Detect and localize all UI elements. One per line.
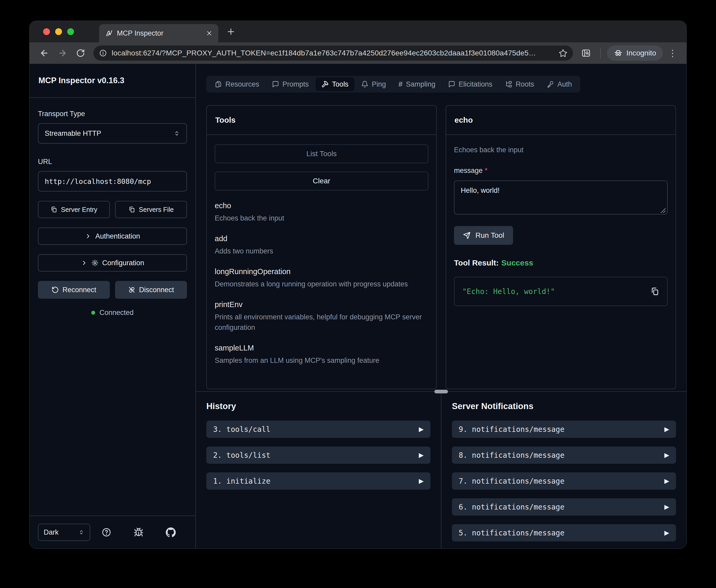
tool-description: Prints all environment variables, helpfu… (215, 312, 424, 333)
history-row-tools-call[interactable]: 3. tools/call ▶ (206, 421, 430, 438)
back-icon[interactable] (36, 48, 52, 58)
bookmark-star-icon[interactable] (559, 49, 567, 57)
tool-list-item-samplellm[interactable]: sampleLLM Samples from an LLM using MCP'… (215, 344, 428, 366)
disconnect-button[interactable]: Disconnect (115, 281, 187, 299)
tool-list-item-echo[interactable]: echo Echoes back the input (215, 202, 428, 223)
pane-divider (196, 391, 687, 392)
expand-arrow-icon[interactable]: ▶ (419, 478, 424, 484)
key-icon (546, 81, 554, 88)
sidebar-footer: Dark (29, 516, 195, 548)
run-tool-button[interactable]: Run Tool (454, 226, 513, 245)
chevrons-up-down-icon (173, 130, 180, 137)
browser-menu-icon[interactable]: ⋮ (666, 49, 680, 58)
notification-row-8[interactable]: 8. notifications/message ▶ (452, 446, 676, 464)
history-row-label: 3. tools/call (213, 425, 270, 434)
sidebar: MCP Inspector v0.16.3 Transport Type Str… (29, 64, 196, 548)
site-info-icon[interactable] (99, 49, 107, 57)
expand-arrow-icon[interactable]: ▶ (419, 426, 424, 433)
hash-icon: # (398, 81, 403, 88)
search-tabs-panel-icon[interactable] (578, 48, 594, 58)
tool-detail-description: Echoes back the input (454, 146, 668, 154)
tool-list-item-printenv[interactable]: printEnv Prints all environment variable… (215, 300, 428, 333)
tab-resources[interactable]: Resources (209, 78, 265, 91)
notification-row-7[interactable]: 7. notifications/message ▶ (452, 472, 676, 490)
history-row-tools-list[interactable]: 2. tools/list ▶ (206, 446, 430, 464)
address-bar[interactable]: localhost:6274/?MCP_PROXY_AUTH_TOKEN=ec1… (93, 45, 573, 61)
rotate-ccw-icon (51, 286, 59, 293)
github-icon[interactable] (166, 527, 176, 537)
tab-title: MCP Inspector (117, 29, 202, 37)
main-bottom: History 3. tools/call ▶ 2. tools/list ▶ … (196, 392, 687, 548)
close-tab-icon[interactable] (206, 30, 213, 37)
expand-arrow-icon[interactable]: ▶ (419, 452, 424, 458)
server-url-input[interactable]: http://localhost:8080/mcp (38, 171, 187, 191)
tool-list-item-longrunningoperation[interactable]: longRunningOperation Demonstrates a long… (215, 267, 428, 289)
theme-select[interactable]: Dark (38, 524, 90, 541)
tool-detail-panel: echo Echoes back the input message* Hell… (446, 105, 676, 389)
servers-file-button[interactable]: Servers File (115, 201, 187, 218)
tab-auth[interactable]: Auth (541, 78, 578, 91)
bug-icon[interactable] (134, 527, 144, 537)
maximize-window-button[interactable] (67, 28, 74, 35)
notification-row-label: 5. notifications/message (459, 529, 565, 537)
footer-icons (90, 527, 187, 537)
link-off-icon (128, 286, 135, 293)
connection-status-label: Connected (100, 309, 134, 317)
notification-row-9[interactable]: 9. notifications/message ▶ (452, 421, 676, 438)
app-root: MCP Inspector v0.16.3 Transport Type Str… (29, 64, 687, 548)
connection-status: Connected (38, 309, 187, 317)
clear-tools-button[interactable]: Clear (215, 172, 428, 190)
tool-list-item-add[interactable]: add Adds two numbers (215, 234, 428, 256)
toolbar-separator (600, 48, 601, 58)
new-tab-button[interactable] (226, 21, 236, 42)
browser-window: MCP Inspector (29, 21, 687, 549)
theme-value: Dark (44, 528, 78, 537)
browser-tab[interactable]: MCP Inspector (99, 24, 218, 42)
forward-icon[interactable] (55, 48, 70, 58)
list-tools-button[interactable]: List Tools (215, 144, 428, 163)
authentication-toggle[interactable]: Authentication (38, 228, 187, 245)
tab-prompts[interactable]: Prompts (266, 78, 314, 91)
minimize-window-button[interactable] (55, 28, 62, 35)
notification-row-6[interactable]: 6. notifications/message ▶ (452, 498, 676, 516)
tool-detail-header: echo (446, 106, 675, 135)
notification-row-label: 8. notifications/message (459, 451, 565, 460)
message-square-icon (448, 81, 455, 88)
tab-label: Auth (557, 80, 572, 88)
configuration-label: Configuration (102, 259, 144, 267)
tab-elicitations[interactable]: Elicitations (442, 78, 498, 91)
configuration-toggle[interactable]: Configuration (38, 254, 187, 272)
tab-label: Sampling (406, 80, 435, 88)
help-icon[interactable] (102, 527, 111, 537)
history-row-initialize[interactable]: 1. initialize ▶ (206, 472, 430, 490)
browser-toolbar: localhost:6274/?MCP_PROXY_AUTH_TOKEN=ec1… (29, 42, 687, 64)
expand-arrow-icon[interactable]: ▶ (665, 426, 669, 433)
history-row-label: 2. tools/list (213, 451, 270, 460)
tool-description: Adds two numbers (215, 246, 424, 256)
tab-sampling[interactable]: # Sampling (393, 78, 441, 91)
tab-tools[interactable]: Tools (316, 78, 354, 91)
browser-tabstrip: MCP Inspector (29, 21, 687, 42)
sidebar-header: MCP Inspector v0.16.3 (29, 64, 195, 98)
expand-arrow-icon[interactable]: ▶ (665, 530, 669, 536)
authentication-label: Authentication (95, 232, 140, 240)
server-entry-label: Server Entry (61, 206, 97, 213)
server-entry-button[interactable]: Server Entry (38, 201, 110, 218)
transport-type-label: Transport Type (38, 110, 187, 118)
tab-ping[interactable]: Ping (355, 78, 392, 91)
expand-arrow-icon[interactable]: ▶ (665, 452, 669, 458)
close-window-button[interactable] (43, 28, 50, 35)
reload-icon[interactable] (73, 49, 88, 58)
notification-row-5[interactable]: 5. notifications/message ▶ (452, 524, 676, 542)
required-asterisk: * (485, 167, 488, 174)
reconnect-button[interactable]: Reconnect (38, 281, 110, 299)
chevron-right-icon (81, 259, 88, 266)
message-input[interactable]: Hello, world! (454, 181, 668, 214)
tab-roots[interactable]: Roots (499, 78, 540, 91)
expand-arrow-icon[interactable]: ▶ (665, 504, 669, 510)
pane-resize-handle[interactable] (434, 390, 448, 393)
copy-result-icon[interactable] (650, 287, 659, 296)
transport-type-select[interactable]: Streamable HTTP (38, 123, 187, 144)
resize-handle[interactable] (661, 208, 666, 213)
expand-arrow-icon[interactable]: ▶ (665, 478, 669, 484)
